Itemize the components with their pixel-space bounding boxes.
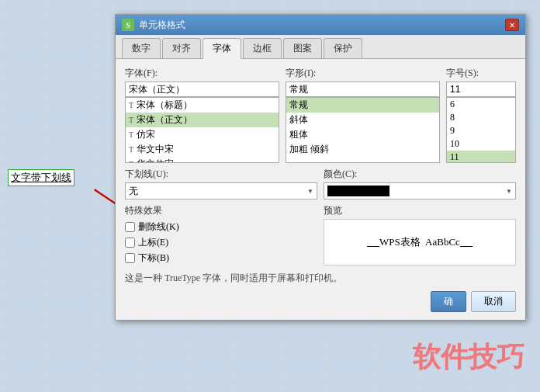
underline-value: 无 (129, 185, 138, 198)
tab-border[interactable]: 边框 (243, 38, 282, 58)
preview-underlined2 (460, 236, 472, 248)
style-label: 字形(I): (286, 67, 440, 80)
preview-area: WPS表格 AaBbCc (324, 219, 516, 265)
preview-text: WPS表格 AaBbCc (367, 235, 472, 249)
preview-column: 预览 WPS表格 AaBbCc (324, 204, 516, 267)
style-bold-italic[interactable]: 加粗 倾斜 (286, 142, 439, 157)
superscript-item: 上标(E) (125, 236, 317, 249)
dialog-icon: S (122, 19, 134, 31)
subscript-item: 下标(B) (125, 252, 317, 265)
strikethrough-item: 删除线(K) (125, 220, 317, 234)
font-item-body[interactable]: T 宋体（正文） (126, 113, 279, 127)
tab-number[interactable]: 数字 (122, 38, 161, 58)
font-style-size-row: 字体(F): T 宋体（标题） T 宋体（正文） T 仿宋 (125, 67, 516, 163)
style-italic[interactable]: 斜体 (286, 113, 439, 127)
preview-underlined (367, 236, 379, 248)
preview-label: 预览 (324, 204, 516, 217)
superscript-label: 上标(E) (138, 236, 168, 249)
font-column: 字体(F): T 宋体（标题） T 宋体（正文） T 仿宋 (125, 67, 279, 163)
font-input[interactable] (125, 82, 279, 97)
size-column: 字号(S): 6 8 9 10 11 12 (446, 67, 516, 163)
font-label: 字体(F): (125, 67, 279, 80)
dialog-title: 单元格格式 (139, 19, 505, 32)
size-input[interactable] (446, 82, 516, 97)
tab-align[interactable]: 对齐 (162, 38, 201, 58)
superscript-checkbox[interactable] (125, 238, 135, 248)
font-item-title[interactable]: T 宋体（标题） (126, 98, 279, 113)
size-9[interactable]: 9 (447, 124, 515, 137)
strikethrough-label: 删除线(K) (138, 220, 179, 234)
style-regular[interactable]: 常规 (286, 98, 439, 113)
effects-preview-row: 特殊效果 删除线(K) 上标(E) 下标(B) 预览 (125, 204, 516, 267)
cell-with-underline: 文字带下划线 (8, 169, 74, 186)
size-11[interactable]: 11 (447, 151, 515, 163)
size-8[interactable]: 8 (447, 111, 515, 124)
ok-button[interactable]: 确 (431, 291, 466, 312)
dialog-title-bar[interactable]: S 单元格格式 ✕ (116, 15, 525, 35)
font-item-huawen1[interactable]: T 华文中宋 (126, 142, 279, 157)
style-column: 字形(I): 常规 斜体 粗体 加粗 倾斜 (286, 67, 440, 163)
size-label: 字号(S): (446, 67, 516, 80)
dialog-body: 字体(F): T 宋体（标题） T 宋体（正文） T 仿宋 (116, 59, 525, 320)
size-10[interactable]: 10 (447, 137, 515, 151)
font-info-text: 这是一种 TrueType 字体，同时适用于屏幕和打印机。 (125, 272, 516, 285)
strikethrough-checkbox[interactable] (125, 222, 135, 232)
underline-column: 下划线(U): 无 ▼ (125, 168, 317, 199)
font-item-fangsong[interactable]: T 仿宋 (126, 127, 279, 142)
cell-text: 文字带下划线 (11, 172, 71, 183)
underline-label: 下划线(U): (125, 168, 317, 181)
font-item-huawen2[interactable]: T 华文仿宋 (126, 157, 279, 163)
window-controls: ✕ (505, 19, 519, 31)
color-column: 颜色(C): ▼ (324, 168, 516, 199)
color-dropdown-arrow: ▼ (506, 188, 512, 195)
underline-dropdown-arrow: ▼ (307, 188, 313, 195)
tab-font[interactable]: 字体 (202, 38, 241, 59)
subscript-label: 下标(B) (138, 252, 169, 265)
underline-dropdown[interactable]: 无 ▼ (125, 182, 317, 199)
underline-color-row: 下划线(U): 无 ▼ 颜色(C): ▼ (125, 168, 516, 199)
color-label: 颜色(C): (324, 168, 516, 181)
format-cells-dialog: S 单元格格式 ✕ 数字 对齐 字体 边框 图案 保护 字体(F): T 宋体（… (115, 14, 526, 321)
cancel-button[interactable]: 取消 (471, 291, 516, 312)
font-list[interactable]: T 宋体（标题） T 宋体（正文） T 仿宋 T 华文中宋 (125, 97, 279, 163)
color-swatch (327, 186, 389, 196)
close-button[interactable]: ✕ (505, 19, 519, 31)
tab-bar: 数字 对齐 字体 边框 图案 保护 (116, 35, 525, 59)
tab-protect[interactable]: 保护 (324, 38, 362, 58)
subscript-checkbox[interactable] (125, 253, 135, 263)
dialog-buttons: 确 取消 (125, 291, 516, 312)
effects-title: 特殊效果 (125, 204, 317, 217)
size-6[interactable]: 6 (447, 98, 515, 111)
style-input[interactable] (286, 82, 440, 97)
effects-column: 特殊效果 删除线(K) 上标(E) 下标(B) (125, 204, 317, 267)
size-list[interactable]: 6 8 9 10 11 12 (446, 97, 516, 163)
style-bold[interactable]: 粗体 (286, 127, 439, 142)
color-dropdown[interactable]: ▼ (324, 182, 516, 199)
tab-pattern[interactable]: 图案 (283, 38, 322, 58)
style-list[interactable]: 常规 斜体 粗体 加粗 倾斜 (286, 97, 440, 163)
